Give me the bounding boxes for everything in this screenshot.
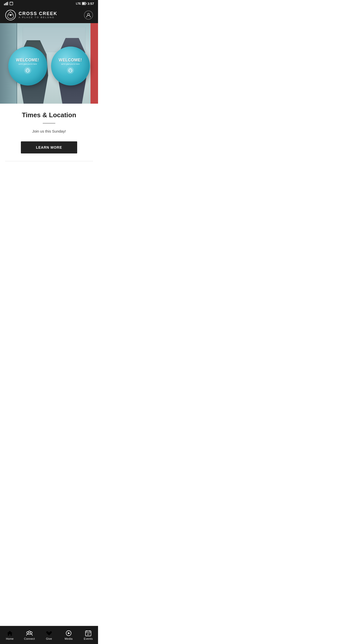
brand-logo-icon [5, 10, 16, 21]
status-time: 3:57 [87, 2, 94, 6]
app-header: CROSS CREEK A PLACE TO BELONG [0, 7, 98, 23]
welcome-sub-left: we're glad you're here [16, 63, 39, 66]
brand-text: CROSS CREEK A PLACE TO BELONG [19, 11, 57, 19]
profile-button[interactable] [84, 11, 93, 20]
bottom-padding [0, 199, 98, 217]
balloon-logo-right [67, 67, 74, 74]
section-description: Join us this Sunday! [5, 129, 93, 134]
section-divider [43, 123, 55, 124]
status-bar: LTE 3:57 [0, 0, 98, 7]
lte-label: LTE [76, 2, 81, 5]
svg-rect-3 [8, 2, 8, 5]
section-title: Times & Location [5, 111, 93, 119]
svg-rect-1 [5, 3, 6, 5]
svg-point-9 [10, 14, 11, 16]
hero-image: WELCOME! we're glad you're here WELCOME!… [0, 23, 98, 104]
welcome-sub-right: we're glad you're here [59, 63, 82, 66]
learn-more-button[interactable]: LEARN MORE [21, 141, 77, 153]
right-frame [91, 23, 98, 104]
svg-rect-2 [6, 2, 7, 5]
status-left [4, 2, 13, 5]
brand-tagline: A PLACE TO BELONG [19, 16, 57, 19]
battery-icon [82, 2, 86, 5]
welcome-text-right: WELCOME! [59, 58, 82, 62]
logo-container: CROSS CREEK A PLACE TO BELONG [5, 10, 57, 21]
status-right: LTE 3:57 [76, 2, 94, 6]
person-icon [86, 12, 91, 18]
brand-name: CROSS CREEK [19, 11, 57, 16]
balloon-logo-icon-left [25, 68, 30, 73]
nav-spacer [0, 169, 98, 199]
balloon-left: WELCOME! we're glad you're here [8, 47, 47, 86]
welcome-text-left: WELCOME! [16, 58, 39, 62]
svg-rect-6 [86, 3, 86, 4]
main-content: Times & Location Join us this Sunday! LE… [0, 104, 98, 169]
svg-rect-4 [10, 2, 13, 5]
notification-icon [10, 2, 13, 5]
balloons-wrapper: WELCOME! we're glad you're here WELCOME!… [8, 47, 90, 86]
svg-rect-0 [4, 4, 5, 5]
content-separator [5, 161, 93, 161]
balloon-logo-icon-right [68, 68, 73, 73]
balloon-right: WELCOME! we're glad you're here [51, 47, 90, 86]
svg-rect-7 [82, 3, 85, 5]
svg-point-10 [87, 13, 89, 15]
balloon-logo-left [24, 67, 31, 74]
signal-icon [4, 2, 8, 5]
